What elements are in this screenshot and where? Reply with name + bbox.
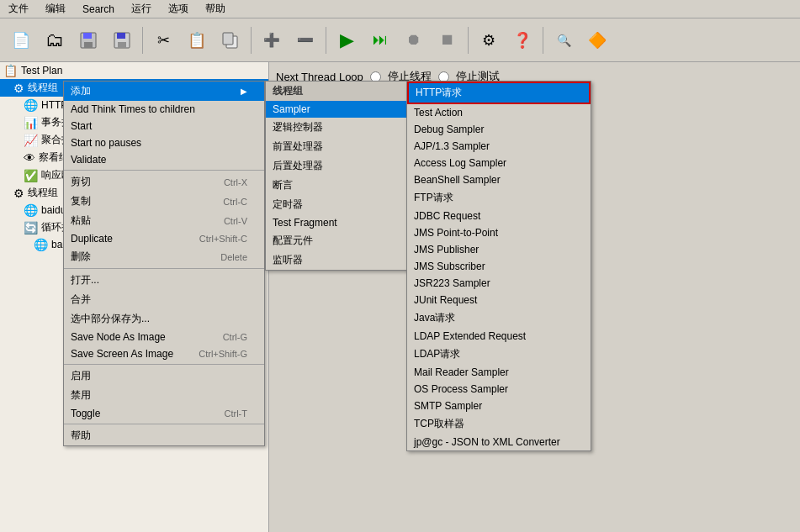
jmspub-label: JMS Publisher bbox=[414, 244, 479, 255]
tree-panel: 📋 Test Plan ⚙ 线程组 🌐 HTTP 📊 事务控 📈 bbox=[0, 62, 269, 532]
paste-button[interactable] bbox=[215, 24, 246, 56]
settings-button[interactable]: ⚙ bbox=[473, 24, 505, 56]
sampler-ldap[interactable]: LDAP请求 bbox=[407, 345, 591, 364]
new-button[interactable]: 📄 bbox=[5, 24, 37, 56]
threadgroup2-icon: ⚙ bbox=[13, 187, 24, 200]
sampler-debug[interactable]: Debug Sampler bbox=[407, 121, 591, 138]
svg-rect-7 bbox=[223, 33, 233, 45]
sampler-mailreader[interactable]: Mail Reader Sampler bbox=[407, 364, 591, 381]
smtp-label: SMTP Sampler bbox=[414, 400, 482, 412]
menu-merge[interactable]: 合并 bbox=[64, 290, 264, 309]
merge-icon: 📈 bbox=[24, 134, 38, 147]
menu-toggle[interactable]: Toggle Ctrl-T bbox=[64, 405, 264, 422]
menu-enable[interactable]: 启用 bbox=[64, 366, 264, 386]
menu-toggle-label: Toggle bbox=[71, 408, 100, 419]
timer-label: 定时器 bbox=[273, 198, 303, 212]
copy-button[interactable]: 📋 bbox=[181, 24, 213, 56]
sampler-junit[interactable]: JUnit Request bbox=[407, 292, 591, 308]
save-button[interactable] bbox=[106, 24, 138, 56]
tree-label-threadgroup: 线程组 bbox=[28, 81, 58, 95]
sampler-jms-p2p[interactable]: JMS Point-to-Point bbox=[407, 224, 591, 241]
tree-label-testplan: Test Plan bbox=[21, 65, 62, 76]
osproc-label: OS Process Sampler bbox=[414, 383, 508, 395]
watch-icon: 👁 bbox=[24, 151, 35, 165]
menu-disable[interactable]: 禁用 bbox=[64, 386, 264, 405]
sampler-os-process[interactable]: OS Process Sampler bbox=[407, 381, 591, 398]
sampler-accesslog[interactable]: Access Log Sampler bbox=[407, 155, 591, 171]
menu-copy[interactable]: 复制 Ctrl-C bbox=[64, 192, 264, 211]
menu-search[interactable]: Search bbox=[77, 2, 119, 17]
sampler-test-action[interactable]: Test Action bbox=[407, 104, 591, 121]
separator-2 bbox=[251, 27, 252, 54]
menu-enable-label: 启用 bbox=[71, 369, 91, 383]
sampler-http-item[interactable]: HTTP请求 bbox=[407, 82, 591, 104]
menu-helpctx-label: 帮助 bbox=[71, 429, 91, 443]
sampler-jms-sub[interactable]: JMS Subscriber bbox=[407, 258, 591, 275]
separator-1 bbox=[142, 27, 143, 54]
stop-run-button[interactable]: ⏺ bbox=[398, 24, 430, 56]
sampler-beanshell[interactable]: BeanShell Sampler bbox=[407, 171, 591, 188]
jpgc-label: jp@gc - JSON to XML Converter bbox=[414, 436, 560, 448]
open-button[interactable]: 🗂 bbox=[39, 24, 71, 56]
separator-ctx-2 bbox=[64, 268, 264, 269]
beanshell-label: BeanShell Sampler bbox=[414, 174, 501, 186]
sampler-ajp[interactable]: AJP/1.3 Sampler bbox=[407, 138, 591, 155]
menu-helpctx[interactable]: 帮助 bbox=[64, 426, 264, 445]
menu-add-item[interactable]: 添加 ▶ bbox=[64, 82, 264, 101]
menu-edit[interactable]: 编辑 bbox=[40, 0, 71, 18]
menu-saveas-label: 选中部分保存为... bbox=[71, 312, 150, 326]
menu-paste[interactable]: 粘贴 Ctrl-V bbox=[64, 211, 264, 230]
ftp-label: FTP请求 bbox=[414, 191, 453, 205]
menu-duplicate[interactable]: Duplicate Ctrl+Shift-C bbox=[64, 230, 264, 247]
menu-savescreen-label: Save Screen As Image bbox=[71, 348, 173, 360]
menu-paste-shortcut: Ctrl-V bbox=[224, 216, 247, 226]
extra-button[interactable]: 🔶 bbox=[581, 24, 613, 56]
menu-cut[interactable]: 剪切 Ctrl-X bbox=[64, 172, 264, 192]
menu-startnp-label: Start no pauses bbox=[71, 137, 141, 149]
menu-cut-label: 剪切 bbox=[71, 175, 91, 189]
menu-delete[interactable]: 删除 Delete bbox=[64, 247, 264, 266]
menu-think-times[interactable]: Add Think Times to children bbox=[64, 101, 264, 118]
submenu-sampler: HTTP请求 Test Action Debug Sampler AJP/1.3… bbox=[406, 81, 591, 451]
menu-help[interactable]: 帮助 bbox=[200, 0, 230, 18]
menu-start-nopauses[interactable]: Start no pauses bbox=[64, 134, 264, 151]
sampler-ldap-ext[interactable]: LDAP Extended Request bbox=[407, 328, 591, 345]
tcp-label: TCP取样器 bbox=[414, 417, 464, 431]
sampler-tcp[interactable]: TCP取样器 bbox=[407, 414, 591, 434]
expand-button[interactable]: ➕ bbox=[256, 24, 288, 56]
ajp-label: AJP/1.3 Sampler bbox=[414, 140, 490, 152]
sampler-ftp[interactable]: FTP请求 bbox=[407, 188, 591, 208]
menu-copy-shortcut: Ctrl-C bbox=[223, 197, 247, 207]
sampler-jpgc[interactable]: jp@gc - JSON to XML Converter bbox=[407, 434, 591, 450]
sampler-jms-pub[interactable]: JMS Publisher bbox=[407, 241, 591, 258]
tree-label-threadgroup2: 线程组 bbox=[28, 186, 58, 200]
menu-start[interactable]: Start bbox=[64, 118, 264, 134]
stop-now-button[interactable]: ⏹ bbox=[432, 24, 464, 56]
add-arrow-icon: ▶ bbox=[241, 87, 247, 96]
response-icon: ✅ bbox=[24, 169, 38, 182]
sampler-jsr223[interactable]: JSR223 Sampler bbox=[407, 275, 591, 292]
start-nopauses-button[interactable]: ⏭ bbox=[364, 24, 396, 56]
menu-file[interactable]: 文件 bbox=[3, 0, 34, 18]
start-run-button[interactable]: ▶ bbox=[331, 24, 363, 56]
sampler-java[interactable]: Java请求 bbox=[407, 308, 591, 328]
menu-save-screen[interactable]: Save Screen As Image Ctrl+Shift-G bbox=[64, 345, 264, 362]
menu-saveas[interactable]: 选中部分保存为... bbox=[64, 309, 264, 329]
collapse-button[interactable]: ➖ bbox=[289, 24, 321, 56]
zoom-button[interactable]: 🔍 bbox=[548, 24, 580, 56]
menu-validate[interactable]: Validate bbox=[64, 151, 264, 168]
cut-button[interactable]: ✂ bbox=[147, 24, 179, 56]
menu-save-node[interactable]: Save Node As Image Ctrl-G bbox=[64, 329, 264, 345]
ldapext-label: LDAP Extended Request bbox=[414, 330, 526, 342]
junit-label: JUnit Request bbox=[414, 294, 477, 306]
menu-options[interactable]: 选项 bbox=[163, 0, 193, 18]
menu-run[interactable]: 运行 bbox=[126, 0, 156, 18]
sampler-jdbc[interactable]: JDBC Request bbox=[407, 208, 591, 224]
save-template-button[interactable] bbox=[72, 24, 104, 56]
help-toolbar-button[interactable]: ❓ bbox=[506, 24, 538, 56]
menu-del-shortcut: Delete bbox=[220, 252, 247, 262]
tree-item-testplan[interactable]: 📋 Test Plan bbox=[0, 62, 268, 79]
separator-ctx-3 bbox=[64, 364, 264, 365]
menu-open[interactable]: 打开... bbox=[64, 271, 264, 290]
sampler-smtp[interactable]: SMTP Sampler bbox=[407, 398, 591, 414]
